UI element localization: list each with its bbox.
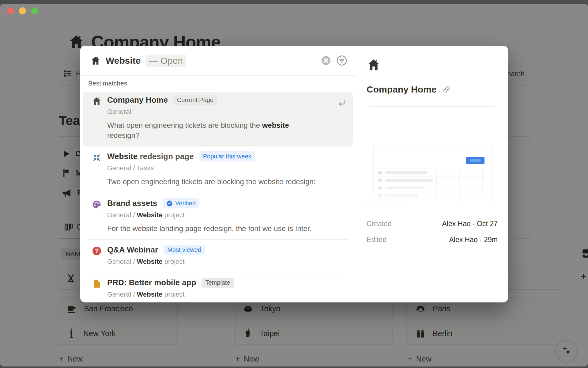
home-icon <box>90 55 101 66</box>
result-breadcrumb: General / Website project <box>107 211 356 219</box>
edited-label: Edited <box>367 236 386 244</box>
page-preview-panel: Company Home Create <box>356 46 508 302</box>
zoom-window-button[interactable] <box>31 7 38 14</box>
result-title: PRD: Better mobile app <box>107 278 196 287</box>
edited-value: Alex Hao · 29m <box>449 236 498 244</box>
section-label: Best matches <box>88 80 127 87</box>
close-window-button[interactable] <box>7 7 14 14</box>
most-viewed-badge: Most viewed <box>164 245 205 255</box>
result-title: Q&A Webinar <box>107 245 158 255</box>
edited-row: Edited Alex Hao · 29m <box>367 236 498 244</box>
document-icon <box>92 279 102 289</box>
divider <box>88 272 348 272</box>
minimize-window-button[interactable] <box>19 7 26 14</box>
result-title: Brand assets <box>107 199 157 208</box>
search-hint-open: — Open <box>145 55 186 67</box>
filter-button[interactable] <box>336 55 347 66</box>
enter-key-icon <box>337 99 346 108</box>
result-breadcrumb: General / Website project <box>107 290 356 298</box>
result-breadcrumb: General / Tasks <box>107 164 356 172</box>
current-page-badge: Current Page <box>173 95 217 105</box>
search-result-qa-webinar[interactable]: ? Q&A Webinar Most viewed General / Webs… <box>80 242 356 272</box>
result-snippet: Two open engineering tickets are blockin… <box>107 176 340 187</box>
verified-badge: Verified <box>163 198 199 208</box>
created-row: Created Alex Hao · Oct 27 <box>367 220 498 228</box>
result-title: Website redesign page <box>107 152 194 161</box>
collapse-arrows-icon <box>92 153 102 162</box>
thumbnail-blue-button <box>466 157 484 164</box>
template-badge: Template <box>202 278 234 288</box>
window-controls <box>7 7 38 14</box>
divider <box>88 194 348 194</box>
link-icon[interactable] <box>443 85 450 93</box>
search-bar: Website — Open <box>80 46 356 76</box>
result-breadcrumb: General / Website project <box>107 258 356 266</box>
search-input[interactable]: Website <box>106 55 141 66</box>
search-result-company-home[interactable]: Company Home Current Page General What o… <box>83 92 353 146</box>
home-icon <box>92 96 102 106</box>
question-icon: ? <box>92 246 102 256</box>
divider <box>88 239 348 240</box>
created-label: Created <box>367 220 392 228</box>
result-breadcrumb: General <box>107 108 353 116</box>
page-thumbnail[interactable] <box>366 106 497 205</box>
clear-search-button[interactable] <box>320 55 331 66</box>
created-value: Alex Hao · Oct 27 <box>442 220 498 228</box>
search-result-prd[interactable]: PRD: Better mobile app Template General … <box>80 275 356 302</box>
preview-page-title: Company Home <box>367 84 436 95</box>
palette-icon <box>92 199 102 209</box>
search-results-panel: Website — Open Best matches Company Home… <box>80 46 356 302</box>
search-result-brand-assets[interactable]: Brand assets Verified General / Website … <box>80 195 356 239</box>
home-icon <box>367 58 381 72</box>
result-title: Company Home <box>107 95 168 105</box>
result-snippet: For the website landing page redesign, t… <box>107 223 340 233</box>
popular-badge: Popular this week <box>199 151 255 161</box>
result-snippet: What open engineering tickets are blocki… <box>107 120 291 140</box>
search-result-website-redesign[interactable]: Website redesign page Popular this week … <box>80 148 356 194</box>
search-modal: Website — Open Best matches Company Home… <box>80 46 508 302</box>
